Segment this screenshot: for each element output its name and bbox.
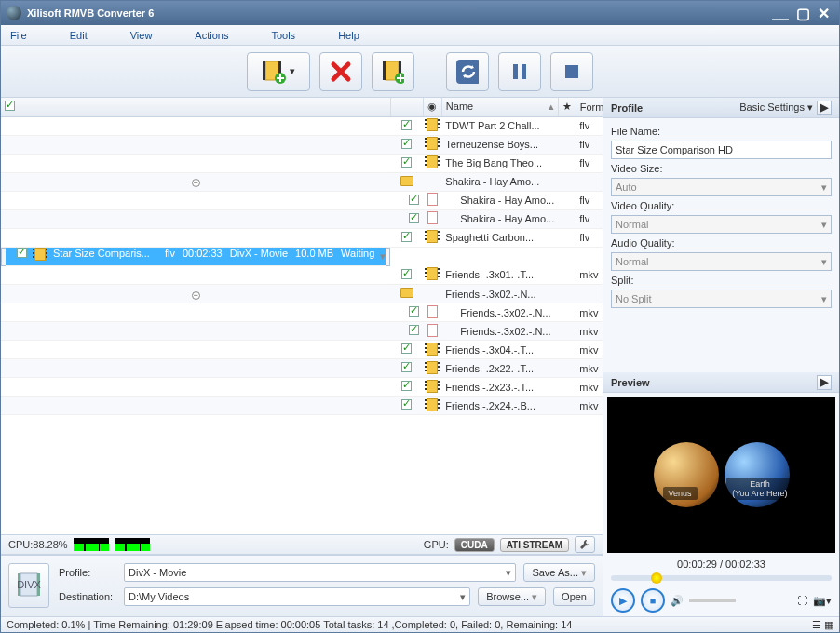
seek-slider[interactable] <box>611 575 832 581</box>
filename-input[interactable]: Star Size Comparison HD <box>611 141 832 159</box>
pause-button[interactable] <box>498 52 541 91</box>
table-row[interactable]: Friends.-.3x02.-.N...mkv00:21:55MP4 - MP… <box>1 322 603 341</box>
table-row[interactable]: Star Size Comparis...flv00:02:33DivX - M… <box>1 248 390 266</box>
profile-icon: DIVX <box>8 563 49 608</box>
videoquality-select[interactable]: Normal <box>611 215 832 234</box>
select-all-checkbox[interactable] <box>5 101 15 111</box>
svg-rect-10 <box>522 64 526 79</box>
menu-actions[interactable]: Actions <box>195 30 228 41</box>
volume-icon[interactable]: 🔊 <box>671 595 684 607</box>
table-row[interactable]: The Big Bang Theo...flv00:02:23MP4 - MPE… <box>1 154 603 172</box>
play-button[interactable]: ▶ <box>611 588 635 613</box>
videosize-select[interactable]: Auto <box>611 178 832 196</box>
row-checkbox[interactable] <box>17 248 27 258</box>
audioquality-select[interactable]: Normal <box>611 252 832 271</box>
saveas-button[interactable]: Save As... ▾ <box>523 563 595 582</box>
row-checkbox[interactable] <box>401 399 412 410</box>
status-text: Completed: 0.1% | Time Remaining: 01:29:… <box>7 619 572 630</box>
menu-view[interactable]: View <box>130 30 153 41</box>
row-checkbox[interactable] <box>409 195 419 205</box>
table-row[interactable]: Friends.-.3x02.-.N...mkv00:21:553GP - Mo… <box>1 303 603 322</box>
profile-label: Profile: <box>59 567 116 578</box>
cpu-spark-icon <box>115 538 150 551</box>
table-row[interactable]: Friends.-.3x01.-.T...mkv00:21:55MP4 - MP… <box>1 266 603 285</box>
profile-form: File Name: Star Size Comparison HD Video… <box>603 118 839 372</box>
profile-panel-header: Profile Basic Settings ▾ ▶ <box>603 98 839 118</box>
table-row[interactable]: −Shakira - Hay Amo... <box>1 172 603 191</box>
menu-help[interactable]: Help <box>338 30 359 41</box>
expand-preview-button[interactable]: ▶ <box>817 375 832 390</box>
row-checkbox[interactable] <box>401 381 412 391</box>
svg-rect-11 <box>565 65 578 78</box>
row-checkbox[interactable] <box>409 325 419 335</box>
table-row[interactable]: Friends.-.2x24.-.B...mkv00:21:53MP4 - MP… <box>1 397 603 415</box>
stop-button[interactable] <box>550 52 593 91</box>
table-row[interactable]: Friends.-.3x04.-.T...mkv00:21:53MP4 - MP… <box>1 341 603 359</box>
maximize-button[interactable]: ▢ <box>796 5 810 22</box>
titlebar[interactable]: Xilisoft RMVB Converter 6 __ ▢ ✕ <box>1 1 839 25</box>
row-checkbox[interactable] <box>409 306 419 316</box>
minimize-button[interactable]: __ <box>772 5 789 21</box>
stop-playback-button[interactable]: ■ <box>641 588 665 613</box>
filename-label: File Name: <box>611 126 832 137</box>
film-icon <box>427 118 438 131</box>
split-select[interactable]: No Split <box>611 290 832 308</box>
table-row[interactable]: Friends.-.2x23.-.T...mkv00:21:53AVI - Au… <box>1 378 603 397</box>
list-view-button[interactable]: ☰ <box>812 619 821 631</box>
profile-combo[interactable]: DivX - Movie <box>124 563 516 582</box>
menu-edit[interactable]: Edit <box>70 30 88 41</box>
add-profile-button[interactable] <box>372 52 414 91</box>
menu-tools[interactable]: Tools <box>271 30 295 41</box>
add-file-button[interactable]: ▾ <box>247 52 310 91</box>
snapshot-button[interactable]: 📷▾ <box>813 595 832 607</box>
table-row[interactable]: −Friends.-.3x02.-.N... <box>1 285 603 303</box>
film-add-icon <box>262 60 286 84</box>
row-checkbox[interactable] <box>401 232 412 242</box>
dest-label: Destination: <box>59 591 116 602</box>
doc-icon <box>427 305 438 318</box>
collapse-icon[interactable]: − <box>192 291 200 300</box>
table-row[interactable]: TDWT Part 2 Chall...flv00:00:58MP4 - MPE… <box>1 116 603 135</box>
film-icon <box>34 248 46 261</box>
film-icon <box>427 398 438 411</box>
earth-label: Earth (You Are Here) <box>726 478 793 500</box>
dest-combo[interactable]: D:\My Videos <box>124 587 470 606</box>
row-checkbox[interactable] <box>401 269 412 279</box>
table-row[interactable]: Shakira - Hay Amo...flv00:03:273GPP2 - M… <box>1 209 603 228</box>
row-checkbox[interactable] <box>401 362 412 372</box>
menu-file[interactable]: File <box>10 30 27 41</box>
film-icon <box>427 343 438 356</box>
wrench-icon <box>579 539 590 550</box>
grid-view-button[interactable]: ▦ <box>824 619 833 631</box>
open-button[interactable]: Open <box>553 587 595 606</box>
gpu-label: GPU: <box>424 539 449 550</box>
table-row[interactable]: Terneuzense Boys...flv00:00:43Xvid - Vid… <box>1 135 603 154</box>
remove-button[interactable] <box>319 52 362 91</box>
row-checkbox[interactable] <box>401 120 412 130</box>
volume-slider[interactable] <box>689 599 736 602</box>
close-button[interactable]: ✕ <box>818 5 830 22</box>
cpu-bar: CPU:88.28% GPU: CUDA ATI STREAM <box>1 534 603 555</box>
svg-rect-8 <box>456 60 479 84</box>
row-checkbox[interactable] <box>401 343 412 354</box>
table-row[interactable]: Friends.-.2x22.-.T...mkv00:21:57MP4 - MP… <box>1 359 603 378</box>
videoquality-label: Video Quality: <box>611 200 832 211</box>
row-checkbox[interactable] <box>401 157 412 168</box>
settings-button[interactable] <box>575 536 595 553</box>
basic-settings-link[interactable]: Basic Settings ▾ <box>739 101 813 114</box>
preview-video[interactable]: Venus Earth (You Are Here) <box>607 397 835 553</box>
convert-button[interactable] <box>446 52 489 91</box>
folder-icon <box>400 176 413 186</box>
table-row[interactable]: Shakira - Hay Amo...flv00:03:27MP4 - MPE… <box>1 191 603 209</box>
doc-icon <box>427 324 438 337</box>
fullscreen-button[interactable]: ⛶ <box>797 595 807 606</box>
svg-rect-1 <box>263 61 265 80</box>
row-checkbox[interactable] <box>401 139 412 149</box>
file-list[interactable]: ◉Name ▴★FormatDurationProfileOutput Size… <box>1 98 603 534</box>
cuda-badge: CUDA <box>454 538 495 552</box>
browse-button[interactable]: Browse... ▾ <box>478 587 546 606</box>
expand-button[interactable]: ▶ <box>817 101 832 115</box>
collapse-icon[interactable]: − <box>192 179 200 187</box>
row-checkbox[interactable] <box>409 213 419 223</box>
table-row[interactable]: Spaghetti Carbon...flv00:00:14MP4 - MPEG… <box>1 228 603 247</box>
